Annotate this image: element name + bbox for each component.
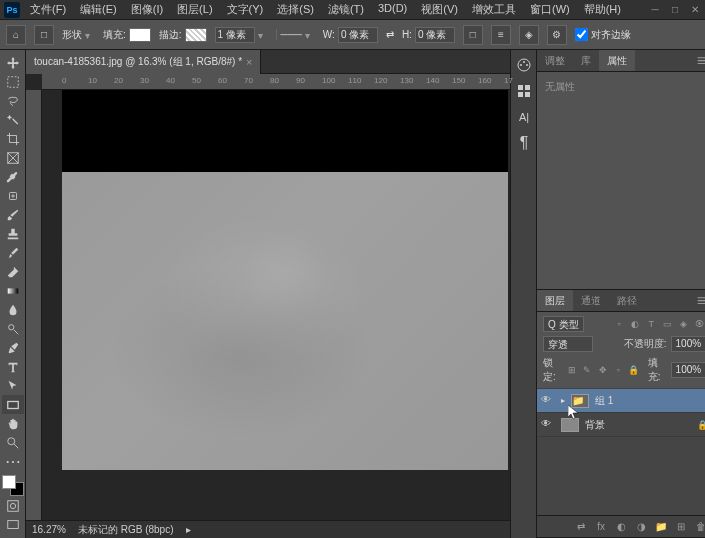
marquee-tool[interactable] (2, 73, 24, 92)
menu-window[interactable]: 窗口(W) (524, 0, 576, 19)
menu-filter[interactable]: 滤镜(T) (322, 0, 370, 19)
eyedropper-tool[interactable] (2, 168, 24, 187)
adjustments-tab[interactable]: 调整 (537, 50, 573, 71)
visibility-icon[interactable]: 👁 (541, 394, 555, 408)
menu-view[interactable]: 视图(V) (415, 0, 464, 19)
crop-tool[interactable] (2, 130, 24, 149)
align-edges-checkbox[interactable] (575, 28, 588, 41)
link-icon[interactable]: ⇄ (386, 29, 394, 40)
blur-tool[interactable] (2, 301, 24, 320)
layer-name[interactable]: 背景 (585, 418, 605, 432)
filter-smart-icon[interactable]: ◈ (676, 317, 690, 331)
layer-name[interactable]: 组 1 (595, 394, 613, 408)
dodge-tool[interactable] (2, 320, 24, 339)
stroke-swatch[interactable] (185, 28, 207, 42)
layer-style-icon[interactable]: fx (594, 520, 608, 534)
home-icon[interactable]: ⌂ (6, 25, 26, 45)
hand-tool[interactable] (2, 414, 24, 433)
layer-item-background[interactable]: 👁 背景 🔒 (537, 413, 705, 437)
stroke-width-input[interactable]: 1 像素 (215, 27, 255, 43)
panel-menu-icon[interactable]: ≡ (691, 292, 705, 310)
lock-icon[interactable]: 🔒 (697, 420, 705, 430)
layer-filter-dropdown[interactable]: Q 类型 (543, 316, 584, 332)
path-arrange-icon[interactable]: ◈ (519, 25, 539, 45)
menu-type[interactable]: 文字(Y) (221, 0, 270, 19)
library-tab[interactable]: 库 (573, 50, 599, 71)
filter-shape-icon[interactable]: ▭ (660, 317, 674, 331)
height-input[interactable]: 0 像素 (415, 27, 455, 43)
new-group-icon[interactable]: 📁 (654, 520, 668, 534)
move-tool[interactable] (2, 54, 24, 73)
minimize-button[interactable]: ─ (649, 4, 661, 16)
menu-select[interactable]: 选择(S) (271, 0, 320, 19)
color-panel-icon[interactable] (513, 54, 535, 76)
path-align-icon[interactable]: ≡ (491, 25, 511, 45)
lock-paint-icon[interactable]: ✎ (581, 363, 593, 377)
opacity-input[interactable]: 100% (671, 336, 705, 352)
fill-swatch[interactable] (129, 28, 151, 42)
gradient-tool[interactable] (2, 282, 24, 301)
menu-file[interactable]: 文件(F) (24, 0, 72, 19)
chevron-down-icon[interactable]: ▾ (258, 30, 268, 40)
visibility-icon[interactable]: 👁 (541, 418, 555, 432)
adjustment-layer-icon[interactable]: ◑ (634, 520, 648, 534)
heal-tool[interactable] (2, 187, 24, 206)
lock-transparency-icon[interactable]: ⊞ (566, 363, 578, 377)
menu-image[interactable]: 图像(I) (125, 0, 169, 19)
swatches-panel-icon[interactable] (513, 80, 535, 102)
layer-thumbnail[interactable] (561, 418, 579, 432)
panel-menu-icon[interactable]: ≡ (691, 52, 705, 70)
status-arrow-icon[interactable]: ▸ (186, 524, 191, 535)
canvas-viewport[interactable] (42, 90, 510, 520)
zoom-tool[interactable] (2, 433, 24, 452)
filter-toggle-icon[interactable]: ⦿ (692, 317, 705, 331)
filter-type-icon[interactable]: T (644, 317, 658, 331)
wand-tool[interactable] (2, 111, 24, 130)
new-layer-icon[interactable]: ⊞ (674, 520, 688, 534)
lock-all-icon[interactable]: 🔒 (628, 363, 640, 377)
rectangle-tool[interactable] (2, 395, 24, 414)
properties-tab[interactable]: 属性 (599, 50, 635, 71)
history-brush-tool[interactable] (2, 244, 24, 263)
filter-image-icon[interactable]: ▫ (612, 317, 626, 331)
menu-help[interactable]: 帮助(H) (578, 0, 627, 19)
link-layers-icon[interactable]: ⇄ (574, 520, 588, 534)
width-input[interactable]: 0 像素 (338, 27, 378, 43)
brush-tool[interactable] (2, 206, 24, 225)
eraser-tool[interactable] (2, 263, 24, 282)
screen-mode[interactable] (2, 515, 24, 534)
delete-layer-icon[interactable]: 🗑 (694, 520, 705, 534)
menu-plugins[interactable]: 增效工具 (466, 0, 522, 19)
lasso-tool[interactable] (2, 92, 24, 111)
paragraph-panel-icon[interactable]: ¶ (513, 132, 535, 154)
folder-toggle-icon[interactable]: ▸ (561, 396, 565, 405)
foreground-color[interactable] (2, 475, 16, 489)
type-tool[interactable] (2, 358, 24, 377)
frame-tool[interactable] (2, 149, 24, 168)
chevron-down-icon[interactable]: ▾ (85, 30, 95, 40)
stroke-style[interactable]: ─── (281, 29, 302, 40)
zoom-level[interactable]: 16.27% (32, 524, 66, 535)
edit-toolbar[interactable]: ⋯ (2, 452, 24, 471)
tab-close-icon[interactable]: × (246, 56, 252, 68)
document-tab[interactable]: toucan-4185361.jpg @ 16.3% (组 1, RGB/8#)… (26, 50, 261, 74)
pen-tool[interactable] (2, 339, 24, 358)
menu-3d[interactable]: 3D(D) (372, 0, 413, 19)
quickmask-tool[interactable] (2, 496, 24, 515)
path-operations-icon[interactable]: □ (463, 25, 483, 45)
blend-mode-dropdown[interactable]: 穿透 (543, 336, 593, 352)
lock-position-icon[interactable]: ✥ (597, 363, 609, 377)
fill-input[interactable]: 100% (671, 362, 705, 378)
tool-preset-icon[interactable]: □ (34, 25, 54, 45)
paths-tab[interactable]: 路径 (609, 290, 645, 311)
stamp-tool[interactable] (2, 225, 24, 244)
layer-item-group[interactable]: 👁 ▸ 📁 组 1 (537, 389, 705, 413)
path-select-tool[interactable] (2, 376, 24, 395)
color-swatches[interactable] (2, 475, 24, 496)
layer-mask-icon[interactable]: ◐ (614, 520, 628, 534)
gear-icon[interactable]: ⚙ (547, 25, 567, 45)
document-info[interactable]: 未标记的 RGB (8bpc) (78, 523, 174, 537)
chevron-down-icon[interactable]: ▾ (305, 30, 315, 40)
canvas-image[interactable] (62, 172, 508, 470)
layers-tab[interactable]: 图层 (537, 290, 573, 311)
